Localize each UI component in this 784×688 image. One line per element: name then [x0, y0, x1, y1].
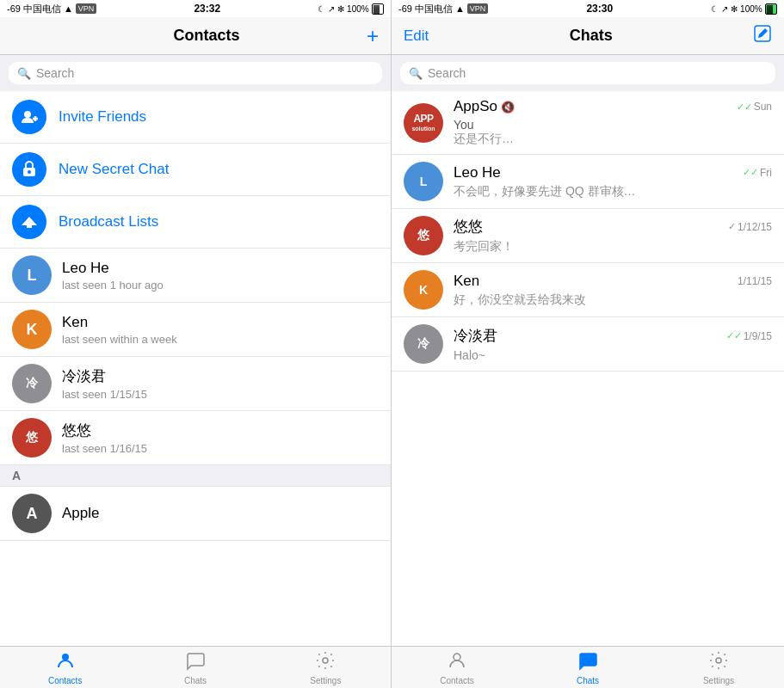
contact-item-yoyo[interactable]: 悠 悠悠 last seen 1/16/15: [0, 411, 391, 465]
svg-point-10: [716, 658, 721, 663]
battery-icon: ▓: [372, 3, 384, 15]
ken2-name: Ken: [454, 273, 479, 290]
appso-name: AppSo 🔇: [454, 98, 515, 115]
left-nav-bar: Contacts +: [0, 17, 391, 55]
right-wifi-icon: ▲: [455, 3, 465, 14]
left-contacts-tab-label: Contacts: [48, 676, 82, 685]
right-battery-text: 100%: [740, 4, 762, 14]
broadcast-lists-item[interactable]: Broadcast Lists: [0, 196, 391, 249]
ken2-time: 1/11/15: [738, 275, 772, 287]
contact-item-leo[interactable]: L Leo He last seen 1 hour ago: [0, 249, 391, 303]
right-battery-icon: ▓: [765, 3, 777, 15]
right-status-time: 23:30: [586, 3, 613, 15]
leohe-time: ✓✓ Fri: [743, 167, 772, 179]
lengdanjun2-content: 冷淡君 ✓✓ 1/9/15 Halo~: [454, 326, 772, 362]
svg-point-0: [24, 111, 31, 118]
yoyo2-content: 悠悠 ✓ 1/12/15 考完回家！: [454, 217, 772, 255]
vpn-badge: VPN: [76, 3, 97, 14]
leo-name: Leo He: [62, 260, 379, 277]
right-status-right: ☾ ↗ ✻ 100% ▓: [711, 3, 777, 15]
invite-icon: [12, 100, 46, 134]
right-contacts-tab-label: Contacts: [440, 676, 473, 685]
chat-item-leohe[interactable]: L Leo He ✓✓ Fri 不会吧，好像要先进 QQ 群审核…: [392, 155, 784, 209]
right-chats-tab-label: Chats: [577, 676, 599, 685]
apple-info: Apple: [62, 505, 379, 522]
add-contact-button[interactable]: +: [367, 26, 379, 46]
left-search-icon: 🔍: [17, 67, 31, 80]
lengdanjun2-name: 冷淡君: [454, 326, 497, 346]
appso-time: ✓✓ Sun: [737, 101, 772, 113]
appso-avatar: APP solution: [404, 103, 443, 143]
right-chat-list: APP solution AppSo 🔇 ✓✓ Sun You: [392, 91, 784, 646]
chat-item-ken[interactable]: K Ken 1/11/15 好，你没空就丢给我来改: [392, 263, 784, 317]
invite-friends-item[interactable]: Invite Friends: [0, 91, 391, 144]
right-nav-title: Chats: [570, 27, 613, 45]
left-panel: -69 中国电信 ▲ VPN 23:32 ☾ ↗ ✻ 100% ▓ Contac…: [0, 0, 392, 688]
left-tab-chats[interactable]: Chats: [130, 647, 260, 688]
leohe-top: Leo He ✓✓ Fri: [454, 164, 772, 181]
right-tab-contacts[interactable]: Contacts: [392, 647, 522, 688]
lengdanjun-avatar: 冷: [12, 364, 52, 403]
chat-item-appso[interactable]: APP solution AppSo 🔇 ✓✓ Sun You: [392, 91, 784, 155]
yoyo-info: 悠悠 last seen 1/16/15: [62, 421, 379, 455]
right-search-icon: 🔍: [409, 67, 423, 80]
right-search-bar: 🔍 Search: [392, 55, 784, 91]
contact-item-lengdanjun[interactable]: 冷 冷淡君 last seen 1/15/15: [0, 357, 391, 411]
left-tab-bar: Contacts Chats Settings: [0, 646, 391, 688]
left-status-bar: -69 中国电信 ▲ VPN 23:32 ☾ ↗ ✻ 100% ▓: [0, 0, 391, 17]
ken2-content: Ken 1/11/15 好，你没空就丢给我来改: [454, 273, 772, 308]
left-tab-settings[interactable]: Settings: [261, 647, 391, 688]
left-status-signal: -69 中国电信 ▲ VPN: [7, 3, 96, 15]
left-tab-contacts[interactable]: Contacts: [0, 647, 130, 688]
left-search-placeholder: Search: [36, 66, 74, 80]
right-tab-chats[interactable]: Chats: [522, 647, 653, 688]
compose-button[interactable]: [753, 24, 772, 47]
yoyo-name: 悠悠: [62, 421, 379, 440]
signal-text: -69 中国电信: [7, 3, 61, 15]
new-secret-chat-item[interactable]: New Secret Chat: [0, 144, 391, 196]
edit-button[interactable]: Edit: [404, 28, 429, 45]
right-vpn-badge: VPN: [467, 3, 489, 14]
contact-item-ken[interactable]: K Ken last seen within a week: [0, 303, 391, 357]
left-chats-tab-label: Chats: [184, 676, 207, 685]
chat-item-yoyo[interactable]: 悠 悠悠 ✓ 1/12/15 考完回家！: [392, 209, 784, 263]
yoyo2-preview: 考完回家！: [454, 239, 772, 255]
right-bluetooth-icon: ✻: [731, 4, 738, 14]
ken2-top: Ken 1/11/15: [454, 273, 772, 290]
lengdanjun2-top: 冷淡君 ✓✓ 1/9/15: [454, 326, 772, 346]
contact-item-apple[interactable]: A Apple: [0, 487, 391, 541]
leo-avatar: L: [12, 255, 52, 295]
yoyo2-name: 悠悠: [454, 217, 483, 236]
lengdanjun-name: 冷淡君: [62, 366, 379, 386]
right-search-input[interactable]: 🔍 Search: [400, 62, 775, 84]
left-search-input[interactable]: 🔍 Search: [9, 62, 382, 84]
chat-item-lengdanjun[interactable]: 冷 冷淡君 ✓✓ 1/9/15 Halo~: [392, 317, 784, 372]
yoyo2-time: ✓ 1/12/15: [728, 221, 772, 233]
muted-icon: 🔇: [501, 101, 515, 114]
wifi-icon: ▲: [64, 3, 73, 14]
appso-preview: You: [454, 118, 772, 132]
ken2-preview: 好，你没空就丢给我来改: [454, 292, 772, 308]
moon-icon: ☾: [318, 4, 325, 14]
left-contacts-list: Invite Friends New Secret Chat Broadc: [0, 91, 391, 646]
lengdanjun-info: 冷淡君 last seen 1/15/15: [62, 366, 379, 401]
right-tab-settings[interactable]: Settings: [653, 647, 784, 688]
svg-point-9: [454, 654, 460, 660]
leo-info: Leo He last seen 1 hour ago: [62, 260, 379, 292]
right-moon-icon: ☾: [711, 4, 719, 14]
appso-top: AppSo 🔇 ✓✓ Sun: [454, 98, 772, 115]
yoyo-status: last seen 1/16/15: [62, 442, 379, 455]
right-search-placeholder: Search: [428, 66, 466, 80]
right-location-icon: ↗: [721, 4, 728, 14]
svg-rect-5: [27, 225, 32, 228]
right-settings-tab-label: Settings: [703, 676, 734, 685]
svg-point-7: [323, 658, 328, 663]
right-panel: -69 中国电信 ▲ VPN 23:30 ☾ ↗ ✻ 100% ▓ Edit C…: [392, 0, 784, 688]
appso-content: AppSo 🔇 ✓✓ Sun You 还是不行…: [454, 98, 772, 147]
new-secret-chat-label: New Secret Chat: [59, 161, 170, 178]
lengdanjun2-preview: Halo~: [454, 348, 772, 362]
leohe-avatar: L: [404, 162, 443, 201]
right-tab-bar: Contacts Chats Settings: [392, 646, 784, 688]
right-settings-tab-icon: [708, 650, 729, 674]
lengdanjun2-checkmark: ✓✓: [726, 330, 742, 341]
